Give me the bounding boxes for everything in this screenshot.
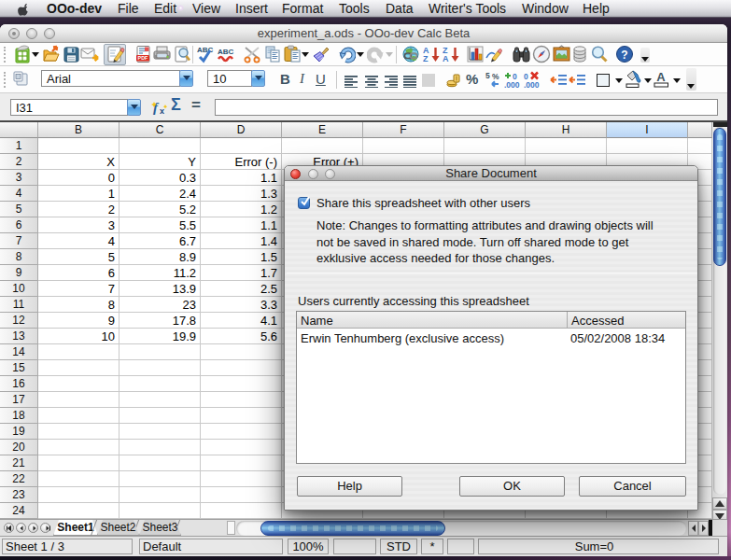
svg-text:.000: .000 [524, 80, 540, 90]
svg-text:A: A [443, 54, 449, 63]
svg-text:.000: .000 [504, 80, 520, 90]
svg-text:PDF: PDF [138, 55, 148, 61]
svg-text:5: 5 [485, 71, 490, 80]
svg-text:ABC: ABC [218, 48, 234, 56]
svg-text:A: A [656, 70, 666, 84]
svg-text:?: ? [621, 49, 627, 62]
svg-text:ABC: ABC [197, 46, 214, 54]
svg-text:x: x [160, 106, 164, 116]
svg-text:Z: Z [423, 54, 429, 63]
svg-text:%: % [492, 72, 499, 81]
